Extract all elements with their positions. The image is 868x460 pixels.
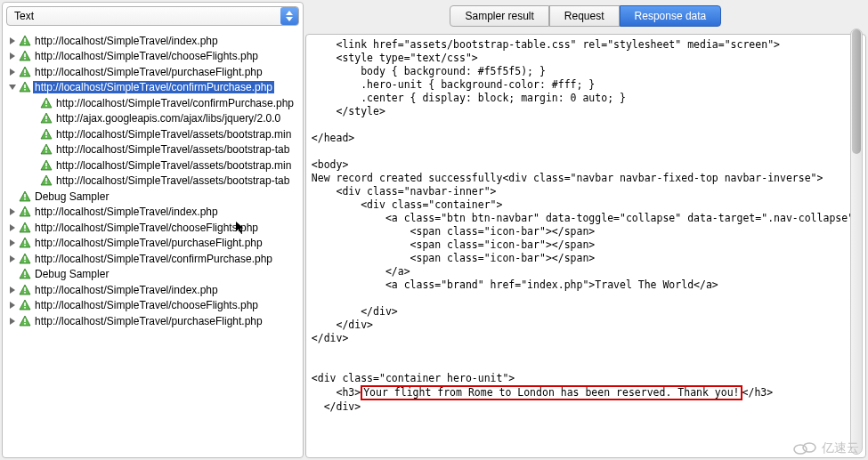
disclosure-right-icon[interactable] (8, 224, 17, 231)
tree-item[interactable]: http://localhost/SimpleTravel/purchaseFl… (4, 313, 303, 329)
sampler-icon (19, 253, 31, 265)
svg-rect-8 (24, 53, 26, 57)
disclosure-right-icon[interactable] (8, 255, 17, 262)
tree-item[interactable]: http://ajax.googleapis.com/ajax/libs/jqu… (4, 111, 303, 127)
tree-item-label: http://localhost/SimpleTravel/purchaseFl… (33, 66, 264, 78)
disclosure-right-icon[interactable] (8, 318, 17, 325)
tree-item[interactable]: http://localhost/SimpleTravel/assets/boo… (4, 174, 303, 190)
tree-item[interactable]: http://localhost/SimpleTravel/confirmPur… (4, 80, 303, 96)
tree-item-label: http://localhost/SimpleTravel/assets/boo… (54, 143, 291, 156)
svg-rect-23 (45, 120, 47, 122)
tab-sampler-result[interactable]: Sampler result (450, 5, 548, 27)
svg-marker-1 (286, 17, 293, 21)
sampler-icon (19, 190, 31, 203)
svg-marker-6 (10, 52, 15, 60)
svg-rect-62 (24, 292, 26, 294)
svg-rect-22 (45, 116, 47, 119)
sampler-icon (19, 222, 31, 234)
detail-panel: Sampler resultRequestResponse data <link… (305, 2, 866, 458)
sampler-icon (19, 299, 31, 311)
tree-item[interactable]: Debug Sampler (4, 267, 303, 283)
tree-item[interactable]: http://localhost/SimpleTravel/assets/boo… (4, 126, 303, 142)
tree-item[interactable]: http://localhost/SimpleTravel/chooseFlig… (4, 298, 303, 314)
svg-rect-16 (24, 85, 26, 88)
svg-rect-51 (24, 245, 26, 246)
svg-rect-4 (24, 38, 26, 42)
disclosure-right-icon[interactable] (8, 208, 17, 215)
svg-rect-70 (24, 323, 26, 325)
svg-marker-14 (9, 85, 16, 90)
svg-rect-66 (24, 307, 26, 309)
sampler-icon (19, 284, 31, 296)
dropdown-selected: Text (14, 10, 34, 22)
sampler-icon (19, 315, 31, 327)
response-body-pane[interactable]: <link href="assets/bootstrap-table.css" … (305, 34, 866, 458)
dropdown-arrows-icon[interactable] (280, 7, 298, 25)
svg-rect-35 (45, 182, 47, 184)
tree-item-label: http://localhost/SimpleTravel/index.php (33, 35, 220, 47)
svg-rect-29 (45, 151, 47, 153)
tree-item[interactable]: http://localhost/SimpleTravel/assets/boo… (4, 157, 303, 174)
svg-rect-17 (24, 89, 26, 91)
svg-marker-0 (286, 11, 293, 15)
tree-item[interactable]: http://localhost/SimpleTravel/chooseFlig… (4, 49, 303, 65)
tree-item[interactable]: http://localhost/SimpleTravel/assets/boo… (4, 142, 303, 158)
svg-marker-47 (236, 222, 244, 233)
svg-rect-41 (24, 209, 26, 213)
tree-item-label: http://localhost/SimpleTravel/chooseFlig… (33, 222, 260, 234)
highlighted-text: Your flight from Rome to London has been… (361, 385, 742, 400)
svg-rect-12 (24, 69, 26, 73)
tree-item-label: http://localhost/SimpleTravel/purchaseFl… (33, 315, 264, 327)
disclosure-right-icon[interactable] (8, 239, 17, 246)
tab-bar: Sampler resultRequestResponse data (305, 2, 866, 34)
sampler-icon (19, 66, 31, 78)
tree-item[interactable]: http://localhost/SimpleTravel/index.php (4, 282, 303, 298)
svg-marker-10 (10, 69, 15, 76)
svg-rect-58 (24, 276, 26, 278)
vertical-scrollbar[interactable] (850, 28, 863, 455)
tree-item[interactable]: http://localhost/SimpleTravel/index.php (4, 33, 303, 49)
svg-rect-28 (45, 147, 47, 150)
svg-rect-26 (45, 136, 47, 138)
disclosure-right-icon[interactable] (8, 286, 17, 294)
tab-request[interactable]: Request (549, 5, 620, 27)
sampler-icon (19, 50, 31, 62)
watermark-text: 亿速云 (822, 440, 859, 456)
svg-rect-13 (24, 74, 26, 76)
disclosure-down-icon[interactable] (8, 84, 17, 91)
renderer-dropdown[interactable]: Text (6, 6, 299, 26)
svg-rect-32 (45, 167, 47, 169)
tree-item-label: http://localhost/SimpleTravel/assets/boo… (54, 128, 293, 141)
disclosure-right-icon[interactable] (8, 52, 17, 60)
svg-rect-57 (24, 271, 26, 275)
tree-item[interactable]: Debug Sampler (4, 189, 303, 205)
svg-rect-42 (24, 214, 26, 215)
sampler-icon (19, 268, 31, 280)
watermark: 亿速云 (791, 440, 859, 456)
svg-rect-46 (24, 230, 26, 231)
result-tree[interactable]: http://localhost/SimpleTravel/index.phph… (3, 29, 303, 457)
tree-item[interactable]: http://localhost/SimpleTravel/purchaseFl… (4, 64, 303, 80)
scroll-thumb[interactable] (852, 29, 861, 154)
tree-item-label: http://localhost/SimpleTravel/index.php (33, 206, 220, 218)
tab-response-data[interactable]: Response data (620, 5, 722, 27)
disclosure-right-icon[interactable] (8, 37, 17, 44)
tree-item-label: http://ajax.googleapis.com/ajax/libs/jqu… (54, 112, 282, 125)
tree-item[interactable]: http://localhost/SimpleTravel/purchaseFl… (4, 236, 303, 252)
tree-item[interactable]: http://localhost/SimpleTravel/index.php (4, 205, 303, 221)
disclosure-right-icon[interactable] (8, 69, 17, 76)
tree-item-label: http://localhost/SimpleTravel/chooseFlig… (33, 299, 260, 311)
disclosure-right-icon[interactable] (8, 302, 17, 309)
tree-item[interactable]: http://localhost/SimpleTravel/confirmPur… (4, 95, 303, 111)
tree-item-label: http://localhost/SimpleTravel/index.php (33, 284, 220, 296)
sampler-icon (40, 143, 53, 156)
svg-rect-54 (24, 256, 26, 260)
tree-item[interactable]: http://localhost/SimpleTravel/confirmPur… (4, 251, 303, 267)
svg-rect-19 (45, 101, 47, 104)
svg-marker-59 (10, 286, 15, 294)
tree-item[interactable]: http://localhost/SimpleTravel/chooseFlig… (4, 220, 303, 236)
svg-marker-52 (10, 255, 15, 262)
svg-rect-65 (24, 303, 26, 306)
svg-rect-55 (24, 261, 26, 262)
sampler-icon (19, 206, 31, 218)
